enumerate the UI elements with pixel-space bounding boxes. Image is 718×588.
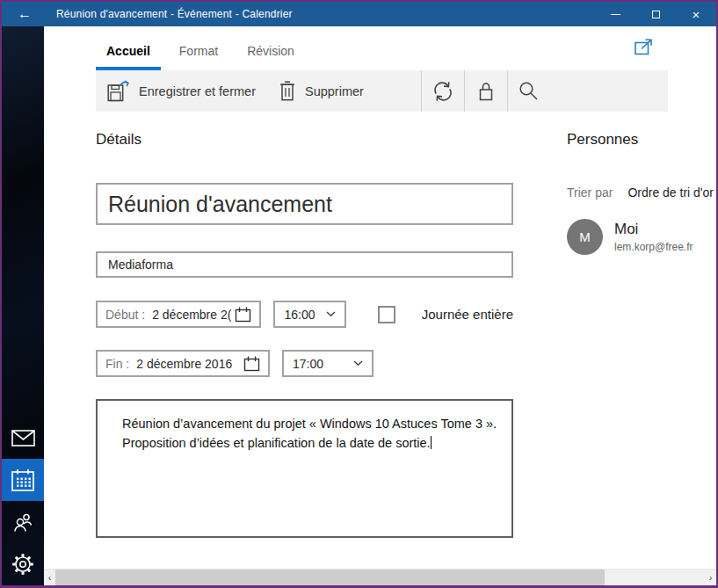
mail-icon — [11, 430, 35, 446]
search-icon — [518, 80, 540, 102]
people-icon — [12, 512, 33, 533]
delete-button[interactable]: Supprimer — [267, 70, 375, 112]
private-button[interactable] — [465, 70, 507, 112]
repeat-icon — [431, 79, 455, 104]
main-area: Accueil Format Révision — [44, 26, 716, 585]
close-icon: × — [693, 7, 700, 22]
person-info: Moi lem.korp@free.fr — [614, 221, 693, 253]
person-email: lem.korp@free.fr — [614, 241, 693, 253]
window-title: Réunion d'avancement - Événement - Calen… — [56, 8, 293, 20]
trash-icon — [279, 80, 296, 102]
end-date-value: 2 décembre 2016 — [136, 357, 240, 371]
scroll-left-button[interactable]: ‹ — [44, 570, 55, 585]
horizontal-scrollbar[interactable]: ‹ › — [44, 569, 716, 585]
search-button[interactable] — [508, 70, 550, 112]
scrollbar-track[interactable] — [605, 570, 705, 585]
sidebar-item-settings[interactable] — [2, 543, 44, 585]
scroll-right-button[interactable]: › — [705, 570, 716, 585]
app-window: ← Réunion d'avancement - Événement - Cal… — [0, 0, 718, 588]
start-date-value: 2 décembre 2( — [152, 308, 231, 322]
sidebar-item-mail[interactable] — [2, 417, 44, 459]
chevron-down-icon — [326, 311, 336, 317]
minimize-button[interactable] — [595, 2, 635, 26]
scrollbar-thumb[interactable] — [55, 570, 605, 585]
save-icon — [107, 80, 130, 102]
sidebar-item-people[interactable] — [2, 501, 44, 543]
start-time-select[interactable]: 16:00 — [273, 301, 345, 328]
event-title-value: Réunion d'avancement — [108, 192, 332, 217]
description-text: Réunion d’avancement du projet « Windows… — [122, 417, 497, 450]
close-button[interactable]: × — [676, 2, 716, 26]
details-section: Détails Réunion d'avancement Mediaforma … — [96, 112, 513, 585]
settings-icon — [11, 553, 34, 576]
chevron-down-icon — [353, 360, 363, 367]
tab-format[interactable]: Format — [169, 44, 228, 70]
app-sidebar — [2, 26, 44, 585]
maximize-icon — [652, 11, 660, 18]
ribbon-tabs: Accueil Format Révision — [44, 26, 716, 70]
sidebar-spacer — [2, 26, 44, 417]
location-input[interactable]: Mediaforma — [96, 251, 513, 278]
end-time-value: 17:00 — [293, 357, 323, 371]
back-arrow-icon: ← — [18, 6, 32, 22]
back-button[interactable]: ← — [2, 2, 47, 26]
person-name: Moi — [614, 221, 693, 238]
avatar: M — [567, 219, 603, 255]
end-date-picker[interactable]: Fin : 2 décembre 2016 — [96, 350, 270, 377]
calendar-picker-icon[interactable] — [243, 356, 260, 372]
all-day-checkbox[interactable] — [378, 306, 395, 323]
start-label: Début : — [105, 308, 145, 322]
details-heading: Détails — [96, 131, 513, 149]
open-in-new-window-button[interactable] — [634, 38, 653, 55]
delete-label: Supprimer — [305, 84, 364, 98]
people-panel: Personnes Trier par Ordre de tri d'or M … — [567, 112, 716, 585]
start-time-value: 16:00 — [284, 308, 315, 322]
end-label: Fin : — [105, 357, 129, 371]
chevron-right-icon: › — [709, 572, 713, 583]
calendar-icon — [11, 468, 35, 492]
popout-icon — [635, 39, 653, 55]
sort-by-label: Trier par — [567, 185, 613, 200]
text-caret — [431, 436, 432, 449]
start-row: Début : 2 décembre 2( 16: — [96, 301, 513, 328]
start-date-picker[interactable]: Début : 2 décembre 2( — [96, 301, 261, 328]
end-row: Fin : 2 décembre 2016 17: — [96, 350, 513, 377]
save-and-close-button[interactable]: Enregistrer et fermer — [96, 70, 267, 112]
window-controls: × — [595, 2, 716, 26]
recurrence-button[interactable] — [422, 70, 464, 112]
location-value: Mediaforma — [108, 258, 173, 272]
description-textarea[interactable]: Réunion d’avancement du projet « Windows… — [96, 399, 513, 538]
lock-icon — [476, 80, 496, 103]
event-title-input[interactable]: Réunion d'avancement — [96, 183, 513, 225]
attendee-list-item[interactable]: M Moi lem.korp@free.fr — [567, 219, 716, 255]
maximize-button[interactable] — [635, 2, 676, 26]
chevron-left-icon: ‹ — [48, 572, 52, 583]
title-bar: ← Réunion d'avancement - Événement - Cal… — [2, 2, 716, 26]
command-bar: Enregistrer et fermer Supprimer — [96, 70, 668, 112]
all-day-label: Journée entière — [422, 307, 513, 322]
end-time-select[interactable]: 17:00 — [282, 350, 374, 377]
save-and-close-label: Enregistrer et fermer — [139, 84, 256, 98]
calendar-picker-icon[interactable] — [235, 307, 251, 323]
sort-row: Trier par Ordre de tri d'or — [567, 185, 716, 200]
tab-accueil[interactable]: Accueil — [96, 44, 161, 70]
tab-revision[interactable]: Révision — [236, 44, 305, 70]
sidebar-item-calendar[interactable] — [2, 459, 44, 501]
people-heading: Personnes — [567, 131, 716, 149]
minimize-icon — [611, 14, 620, 15]
content-row: Détails Réunion d'avancement Mediaforma … — [44, 112, 716, 585]
sort-order-select[interactable]: Ordre de tri d'or — [627, 185, 714, 200]
